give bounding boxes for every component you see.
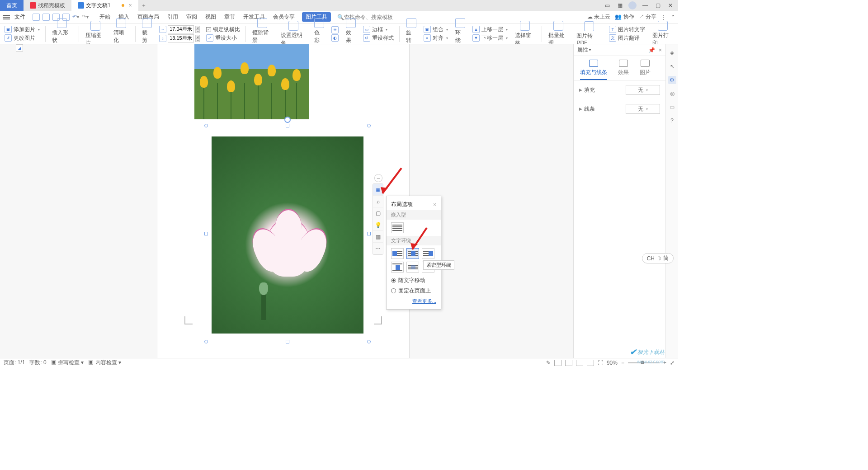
spellcheck-toggle[interactable]: ▣ 拼写检查 ▾	[51, 359, 84, 367]
view-read-icon[interactable]	[587, 360, 594, 366]
compress-button[interactable]: 压缩图片	[83, 21, 108, 47]
view-page-icon[interactable]	[554, 360, 561, 366]
layout-icon[interactable]: ▭	[603, 2, 611, 9]
img-to-pdf-button[interactable]: 图片转PDF	[574, 21, 604, 46]
document-area[interactable]: ◢	[0, 44, 573, 358]
panel-close-icon[interactable]: ×	[659, 47, 662, 53]
new-tab-button[interactable]: ＋	[138, 2, 149, 9]
strip-select-icon[interactable]: ↖	[668, 62, 676, 70]
line-select[interactable]: 无	[626, 104, 660, 114]
print-icon[interactable]	[42, 14, 50, 21]
tab-close-icon[interactable]: ×	[129, 2, 132, 9]
tab-review[interactable]: 审阅	[185, 12, 198, 22]
panel-tab-fill[interactable]: 填充与线条	[580, 60, 607, 80]
more-float-icon[interactable]: ⋯	[373, 243, 383, 254]
apps-icon[interactable]: ▦	[616, 2, 624, 9]
collapse-ribbon-icon[interactable]: ⌃	[671, 14, 675, 20]
fullscreen-icon[interactable]: ⤢	[670, 360, 675, 366]
handle-bl[interactable]	[204, 340, 208, 343]
align-button[interactable]: ≡对齐	[424, 34, 448, 42]
tab-templates[interactable]: 找稻壳模板	[24, 0, 71, 11]
page-indicator[interactable]: 页面: 1/1	[4, 359, 25, 367]
height-down[interactable]: ▾	[195, 38, 200, 42]
close-button[interactable]: ✕	[666, 2, 675, 9]
handle-br[interactable]	[367, 340, 371, 343]
view-web-icon[interactable]	[576, 360, 583, 366]
strip-location-icon[interactable]: ◎	[668, 89, 676, 98]
tab-doc1[interactable]: 文字文稿1 ×	[71, 0, 138, 11]
contrast-icon[interactable]: ◐	[331, 34, 339, 42]
selection-pane-button[interactable]: 选择窗格	[512, 21, 538, 47]
contentcheck-toggle[interactable]: ▣ 内容检查 ▾	[88, 359, 121, 367]
reset-style-button[interactable]: ↺重设样式	[363, 34, 394, 42]
fill-row[interactable]: ▶填充无	[574, 80, 665, 99]
export-icon[interactable]: ▥	[373, 231, 383, 243]
strip-help-icon[interactable]: ?	[668, 117, 676, 125]
idea-icon[interactable]: 💡	[373, 219, 383, 231]
group-button[interactable]: ▣组合	[424, 26, 448, 33]
handle-tr[interactable]	[367, 124, 371, 127]
batch-button[interactable]: 批量处理	[546, 21, 571, 47]
add-image-button[interactable]: ▣添加图片	[5, 26, 40, 33]
lock-ratio-checkbox[interactable]: ✓锁定纵横比	[206, 26, 240, 33]
height-field[interactable]	[168, 34, 194, 42]
zoom-out[interactable]: −	[621, 360, 624, 366]
tab-reference[interactable]: 引用	[166, 12, 179, 22]
width-up[interactable]: ▴	[195, 26, 200, 29]
img-print-button[interactable]: 图片打印	[650, 21, 675, 47]
tab-view[interactable]: 视图	[204, 12, 217, 22]
width-down[interactable]: ▾	[195, 29, 200, 33]
strip-book-icon[interactable]: ▭	[668, 103, 676, 111]
reset-size-button[interactable]: ⤢重设大小	[206, 34, 240, 42]
wrap-square[interactable]	[391, 248, 404, 259]
handle-tl[interactable]	[204, 124, 208, 127]
save-icon[interactable]	[33, 14, 40, 21]
maximize-button[interactable]: ▢	[654, 2, 662, 9]
bring-forward-button[interactable]: ▲上移一层	[472, 26, 508, 33]
ime-indicator[interactable]: CH ☽ 简	[642, 253, 674, 263]
see-more-link[interactable]: 查看更多...	[412, 298, 436, 304]
image-selection[interactable]	[206, 126, 369, 342]
handle-b[interactable]	[286, 340, 289, 343]
tab-home[interactable]: 首页	[0, 0, 24, 11]
wrap-inline[interactable]	[391, 222, 404, 233]
fit-icon[interactable]: ⛶	[598, 360, 603, 366]
tab-chapter[interactable]: 章节	[223, 12, 236, 22]
line-row[interactable]: ▶线条无	[574, 99, 665, 118]
minimize-button[interactable]: —	[641, 2, 649, 9]
brightness-icon[interactable]: ☀	[331, 26, 339, 33]
height-up[interactable]: ▴	[195, 35, 200, 38]
width-field[interactable]	[168, 25, 194, 33]
fix-on-page-radio[interactable]: 固定在页面上	[387, 286, 441, 296]
image-tulips[interactable]	[194, 44, 309, 119]
strip-diamond-icon[interactable]: ◈	[668, 49, 676, 57]
strip-settings-icon[interactable]: ⚙	[668, 76, 676, 84]
handle-t[interactable]	[286, 124, 289, 127]
share-button[interactable]: ↗ 分享	[639, 13, 656, 21]
popup-close-icon[interactable]: ×	[433, 202, 436, 208]
view-outline-icon[interactable]	[565, 360, 572, 366]
transparency-button[interactable]: 设置透明色	[278, 21, 309, 47]
crop-icon[interactable]: ▢	[373, 207, 383, 219]
more-icon[interactable]: ⋮	[661, 14, 666, 20]
fill-select[interactable]: 无	[626, 85, 660, 95]
ruler-origin-icon[interactable]: ◢	[16, 44, 23, 52]
move-with-text-radio[interactable]: 随文字移动	[387, 275, 441, 286]
assist-icon[interactable]: ✎	[546, 360, 551, 366]
handle-r[interactable]	[367, 232, 371, 235]
send-backward-button[interactable]: ▼下移一层	[472, 34, 508, 42]
wrap-topbottom[interactable]	[391, 262, 404, 273]
panel-tab-effects[interactable]: 效果	[618, 60, 629, 80]
coop-button[interactable]: 👥 协作	[615, 13, 634, 21]
handle-l[interactable]	[204, 232, 208, 235]
rotate-handle[interactable]	[284, 117, 291, 123]
redo-button[interactable]: ↷▾	[82, 14, 89, 21]
file-menu[interactable]: 文件	[13, 13, 27, 21]
menu-icon[interactable]	[3, 15, 10, 19]
pin-icon[interactable]: 📌	[648, 47, 655, 53]
wrap-behind[interactable]	[406, 262, 419, 273]
word-count[interactable]: 字数: 0	[29, 359, 46, 367]
change-image-button[interactable]: ↺更改图片	[5, 34, 40, 42]
img-to-text-button[interactable]: T图片转文字	[609, 26, 645, 33]
img-translate-button[interactable]: 文图片翻译	[609, 34, 645, 42]
